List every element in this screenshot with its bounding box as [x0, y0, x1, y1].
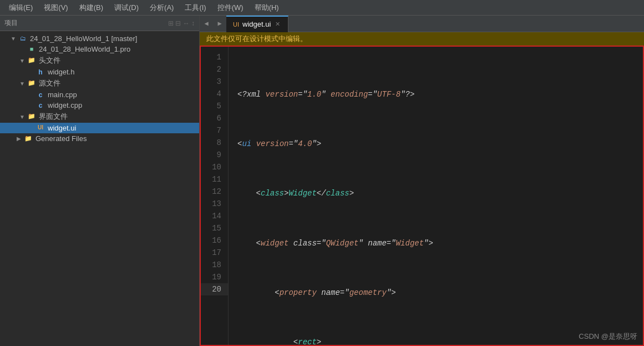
sidebar-controls: ⊞ ⊟ ↔ ↕ — [168, 19, 195, 27]
sources-label: 源文件 — [39, 78, 60, 88]
code-editor[interactable]: 1 2 3 4 5 6 7 8 9 10 11 12 13 14 15 16 1… — [200, 46, 644, 346]
line-num-5: 5 — [201, 100, 228, 112]
tab-nav-back[interactable]: ◀ — [200, 16, 213, 32]
code-line-1: <?xml version="1.0" encoding="UTF-8"?> — [237, 88, 643, 101]
ui-icon: UI — [36, 124, 45, 132]
line-num-6: 6 — [201, 112, 228, 124]
line-num-17: 17 — [201, 247, 228, 259]
tab-widget-ui[interactable]: UI widget.ui ✕ — [226, 16, 288, 32]
line-num-8: 8 — [201, 137, 228, 149]
menubar: 编辑(E) 视图(V) 构建(B) 调试(D) 分析(A) 工具(I) 控件(W… — [0, 0, 644, 16]
menu-item-view[interactable]: 视图(V) — [39, 2, 72, 14]
line-num-14: 14 — [201, 210, 228, 222]
line-num-13: 13 — [201, 198, 228, 210]
line-num-1: 1 — [201, 51, 228, 63]
sidebar-title: 项目 — [4, 18, 18, 28]
folder-icon3: 📁 — [27, 113, 37, 121]
tree-item-widget-cpp[interactable]: c widget.cpp — [0, 100, 199, 111]
menu-item-tools[interactable]: 工具(I) — [180, 2, 210, 14]
project-icon: 🗂 — [18, 35, 28, 43]
tab-nav-forward[interactable]: ▶ — [213, 16, 226, 32]
line-num-19: 19 — [201, 271, 228, 283]
main-cpp-label: main.cpp — [48, 91, 77, 99]
xml-attr: version — [265, 88, 298, 101]
collapse-arrow-headers[interactable]: ▼ — [18, 58, 27, 64]
tab-icon: UI — [233, 21, 239, 28]
line-num-18: 18 — [201, 259, 228, 271]
line-num-20: 20 — [201, 283, 228, 295]
tree-item-project[interactable]: ▼ 🗂 24_01_28_HelloWorld_1 [master] — [0, 33, 199, 44]
menu-item-controls[interactable]: 控件(W) — [213, 2, 248, 14]
line-num-3: 3 — [201, 76, 228, 88]
pro-icon: ■ — [27, 46, 37, 53]
xml-decl: <?xml — [237, 88, 265, 101]
tree-item-main-cpp[interactable]: c main.cpp — [0, 89, 199, 100]
warning-bar: 此文件仅可在设计模式中编辑。 — [200, 32, 644, 46]
code-line-4: <widget class="QWidget" name="Widget"> — [237, 237, 643, 249]
collapse-arrow-project[interactable]: ▼ — [9, 36, 18, 42]
editor-area: ◀ ▶ UI widget.ui ✕ 此文件仅可在设计模式中编辑。 1 2 3 … — [200, 16, 644, 346]
collapse-arrow-forms[interactable]: ▼ — [18, 114, 27, 120]
collapse-arrow-sources[interactable]: ▼ — [18, 81, 27, 87]
sidebar-header: 项目 ⊞ ⊟ ↔ ↕ — [0, 16, 199, 31]
menu-item-build[interactable]: 构建(B) — [75, 2, 108, 14]
line-num-2: 2 — [201, 63, 228, 76]
collapse-arrow-generated[interactable]: ▶ — [14, 136, 23, 142]
tree-item-widget-ui[interactable]: UI widget.ui — [0, 123, 199, 133]
code-line-5: <property name="geometry"> — [237, 287, 643, 299]
forms-label: 界面文件 — [39, 112, 68, 122]
generated-folder-icon: 📁 — [23, 135, 33, 143]
cpp-icon2: c — [36, 102, 45, 109]
main-area: 项目 ⊞ ⊟ ↔ ↕ ▼ 🗂 24_01_28_HelloWorld_1 [ma… — [0, 16, 644, 346]
tree-item-generated[interactable]: ▶ 📁 Generated Files — [0, 133, 199, 144]
line-num-7: 7 — [201, 124, 228, 137]
line-num-4: 4 — [201, 88, 228, 100]
tree-item-widget-h[interactable]: h widget.h — [0, 67, 199, 77]
line-num-10: 10 — [201, 161, 228, 173]
tab-bar: ◀ ▶ UI widget.ui ✕ — [200, 16, 644, 32]
tab-label: widget.ui — [242, 20, 271, 28]
project-label: 24_01_28_HelloWorld_1 [master] — [30, 34, 137, 43]
headers-label: 头文件 — [39, 56, 60, 66]
line-num-16: 16 — [201, 234, 228, 247]
menu-item-debug[interactable]: 调试(D) — [110, 2, 143, 14]
widget-ui-label: widget.ui — [48, 124, 76, 132]
tree-item-pro[interactable]: ■ 24_01_28_HelloWorld_1.pro — [0, 44, 199, 54]
line-num-15: 15 — [201, 222, 228, 234]
widget-cpp-label: widget.cpp — [48, 101, 82, 109]
line-num-12: 12 — [201, 185, 228, 198]
code-content[interactable]: <?xml version="1.0" encoding="UTF-8"?> <… — [229, 47, 643, 345]
widget-h-label: widget.h — [48, 68, 74, 76]
line-num-11: 11 — [201, 173, 228, 185]
tab-close-button[interactable]: ✕ — [274, 21, 281, 28]
generated-label: Generated Files — [36, 134, 87, 143]
watermark-text: CSDN @是奈思呀 — [579, 332, 637, 340]
tree-item-sources[interactable]: ▼ 📁 源文件 — [0, 77, 199, 89]
line-numbers: 1 2 3 4 5 6 7 8 9 10 11 12 13 14 15 16 1… — [201, 47, 229, 345]
tree-item-forms[interactable]: ▼ 📁 界面文件 — [0, 111, 199, 123]
warning-text: 此文件仅可在设计模式中编辑。 — [206, 34, 307, 43]
menu-item-analyze[interactable]: 分析(A) — [145, 2, 178, 14]
pro-label: 24_01_28_HelloWorld_1.pro — [39, 45, 130, 53]
code-line-2: <ui version="4.0"> — [237, 138, 643, 150]
sidebar-tree: ▼ 🗂 24_01_28_HelloWorld_1 [master] ■ 24_… — [0, 31, 199, 346]
sidebar: 项目 ⊞ ⊟ ↔ ↕ ▼ 🗂 24_01_28_HelloWorld_1 [ma… — [0, 16, 200, 346]
cpp-icon: c — [36, 91, 45, 99]
tree-item-headers[interactable]: ▼ 📁 头文件 — [0, 54, 199, 67]
folder-icon: 📁 — [27, 79, 37, 87]
line-num-9: 9 — [201, 149, 228, 161]
watermark: CSDN @是奈思呀 — [579, 332, 637, 342]
menu-item-edit[interactable]: 编辑(E) — [4, 2, 37, 14]
menu-item-help[interactable]: 帮助(H) — [250, 2, 283, 14]
h-icon: h — [36, 68, 45, 76]
folder-icon: 📁 — [27, 57, 37, 64]
code-line-3: <class>Widget</class> — [237, 188, 643, 200]
